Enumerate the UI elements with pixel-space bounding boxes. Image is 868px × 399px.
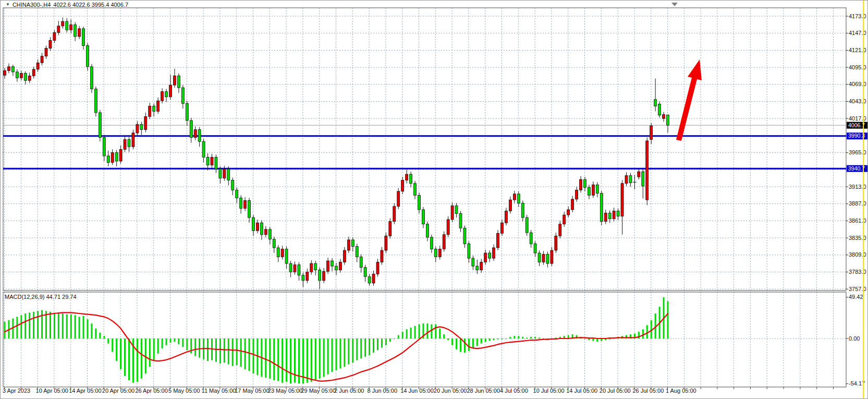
svg-text:14 Apr 05:00: 14 Apr 05:00: [69, 388, 101, 394]
svg-text:5 May 05:00: 5 May 05:00: [168, 388, 200, 394]
svg-text:4 Jul 05:00: 4 Jul 05:00: [500, 388, 528, 394]
macd-indicator-label: MACD(12,26,9) 44.71 29.74: [5, 294, 77, 300]
svg-text:14 Jul 05:00: 14 Jul 05:00: [566, 388, 597, 394]
svg-text:1 Aug 05:00: 1 Aug 05:00: [666, 388, 696, 394]
svg-text:26 Apr 05:00: 26 Apr 05:00: [135, 388, 167, 394]
svg-text:0.00: 0.00: [849, 335, 860, 342]
window-edge-line: [863, 1, 864, 399]
svg-text:-54.17: -54.17: [849, 380, 865, 386]
svg-text:2 Jun 05:00: 2 Jun 05:00: [334, 388, 364, 394]
svg-text:20 Apr 05:00: 20 Apr 05:00: [102, 388, 135, 394]
svg-text:23 May 05:00: 23 May 05:00: [268, 388, 303, 394]
hline-price-tag-0: 3990.3: [847, 132, 867, 139]
svg-text:11 May 05:00: 11 May 05:00: [202, 388, 236, 394]
svg-text:28 Jun 05:00: 28 Jun 05:00: [467, 388, 500, 394]
svg-text:10 Apr 05:00: 10 Apr 05:00: [36, 388, 68, 394]
svg-text:14 Jun 05:00: 14 Jun 05:00: [400, 388, 434, 394]
svg-text:17 May 05:00: 17 May 05:00: [235, 388, 270, 394]
symbol-period-label: CHINA300-,H4: [13, 2, 51, 8]
svg-text:20 Jul 05:00: 20 Jul 05:00: [600, 388, 631, 394]
svg-text:4006.7: 4006.7: [848, 122, 865, 128]
svg-text:20 Jun 05:00: 20 Jun 05:00: [434, 388, 467, 394]
svg-text:29 May 05:00: 29 May 05:00: [301, 388, 336, 394]
svg-text:8 Jun 05:00: 8 Jun 05:00: [368, 388, 398, 394]
svg-text:26 Jul 05:00: 26 Jul 05:00: [632, 388, 664, 394]
svg-text:3 Apr 2023: 3 Apr 2023: [3, 388, 30, 394]
dropdown-triangle-icon[interactable]: ▼: [6, 3, 10, 7]
svg-text:3940.7: 3940.7: [848, 165, 865, 172]
svg-text:3990.3: 3990.3: [848, 132, 865, 139]
ohlc-values: 4022.6 4022.6 3995.4 4006.7: [53, 2, 128, 8]
chart-title-bar: ▼ CHINA300-,H4 4022.6 4022.6 3995.4 4006…: [6, 2, 128, 8]
svg-text:10 Jul 05:00: 10 Jul 05:00: [533, 388, 565, 394]
mt4-chart-window: ▼ CHINA300-,H4 4022.6 4022.6 3995.4 4006…: [0, 0, 868, 399]
hline-price-tag-1: 3940.7: [847, 165, 867, 172]
current-price-tag: 4006.7: [847, 122, 867, 129]
chart-canvas[interactable]: 4173.04147.04121.04095.04069.04043.04017…: [1, 1, 868, 399]
svg-text:49.42: 49.42: [849, 294, 863, 300]
